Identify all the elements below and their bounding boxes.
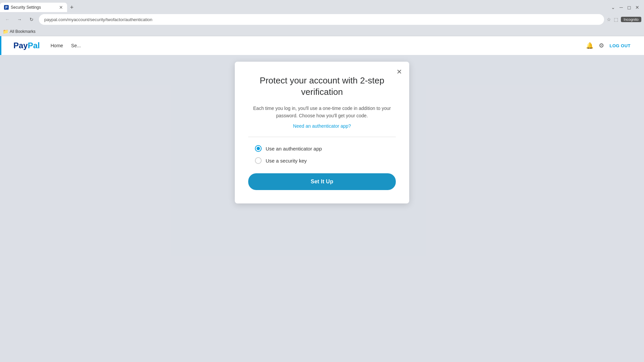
tab-title: Security Settings — [11, 5, 57, 10]
bookmarks-bar: 📁 All Bookmarks — [0, 27, 644, 36]
security-key-option[interactable]: Use a security key — [255, 157, 396, 164]
paypal-logo-p2: Pal — [28, 41, 40, 50]
back-button[interactable]: ← — [3, 15, 12, 24]
authenticator-app-link[interactable]: Need an authenticator app? — [248, 123, 396, 129]
security-key-label: Use a security key — [266, 158, 307, 164]
browser-chrome: P Security Settings ✕ + ⌄ ─ ◻ ✕ ← → ↻ pa… — [0, 0, 644, 36]
modal-close-button[interactable]: ✕ — [394, 67, 404, 76]
gear-icon[interactable]: ⚙ — [599, 42, 604, 49]
nav-settings-link[interactable]: Se... — [71, 43, 81, 48]
modal-description: Each time you log in, you'll use a one-t… — [248, 105, 396, 120]
restore-icon[interactable]: ◻ — [625, 3, 633, 11]
address-right-controls: ☆ ⬚ Incognito — [607, 17, 641, 22]
paypal-logo: PayPal — [13, 41, 40, 50]
tab-close-button[interactable]: ✕ — [59, 5, 63, 10]
browser-icon[interactable]: ⬚ — [614, 17, 618, 22]
authenticator-app-label: Use an authenticator app — [266, 146, 322, 152]
new-tab-button[interactable]: + — [67, 3, 76, 12]
paypal-logo-p1: Pay — [13, 41, 28, 50]
authenticator-app-option[interactable]: Use an authenticator app — [255, 145, 396, 152]
nav-home-link[interactable]: Home — [51, 43, 63, 48]
modal-title: Protect your account with 2-step verific… — [248, 75, 396, 98]
active-tab[interactable]: P Security Settings ✕ — [0, 3, 67, 12]
page-background: PayPal Home Se... 🔔 ⚙ LOG OUT ✕ Protect … — [0, 36, 644, 362]
authenticator-app-radio[interactable] — [255, 145, 262, 152]
address-bar: ← → ↻ paypal.com/myaccount/security/twof… — [0, 12, 644, 27]
two-step-modal: ✕ Protect your account with 2-step verif… — [235, 62, 409, 203]
logout-button[interactable]: LOG OUT — [609, 43, 631, 48]
bookmark-folder-icon: 📁 — [3, 29, 8, 34]
tab-bar: P Security Settings ✕ + ⌄ ─ ◻ ✕ — [0, 0, 644, 12]
page-content: ✕ Protect your account with 2-step verif… — [0, 55, 644, 362]
tab-right-controls: ⌄ ─ ◻ ✕ — [609, 3, 644, 11]
url-bar[interactable]: paypal.com/myaccount/security/twofactor/… — [39, 14, 604, 25]
bell-icon[interactable]: 🔔 — [586, 42, 593, 49]
tab-favicon: P — [4, 5, 9, 10]
minimize-icon[interactable]: ─ — [617, 3, 625, 11]
verification-options: Use an authenticator app Use a security … — [248, 145, 396, 164]
set-it-up-button[interactable]: Set It Up — [248, 173, 396, 190]
url-text: paypal.com/myaccount/security/twofactor/… — [44, 17, 152, 22]
expand-icon[interactable]: ⌄ — [609, 3, 617, 11]
reload-button[interactable]: ↻ — [27, 15, 36, 24]
close-window-icon[interactable]: ✕ — [633, 3, 641, 11]
paypal-nav: PayPal Home Se... 🔔 ⚙ LOG OUT — [0, 36, 644, 55]
bookmarks-bar-label[interactable]: All Bookmarks — [10, 29, 36, 34]
modal-divider — [248, 137, 396, 137]
bookmark-star-icon[interactable]: ☆ — [607, 17, 611, 22]
favicon-letter: P — [5, 6, 8, 9]
forward-button[interactable]: → — [15, 15, 24, 24]
incognito-badge: Incognito — [621, 17, 641, 22]
nav-right: 🔔 ⚙ LOG OUT — [586, 42, 631, 49]
nav-links: Home Se... — [51, 43, 81, 48]
security-key-radio[interactable] — [255, 157, 262, 164]
modal-overlay: ✕ Protect your account with 2-step verif… — [0, 55, 644, 362]
